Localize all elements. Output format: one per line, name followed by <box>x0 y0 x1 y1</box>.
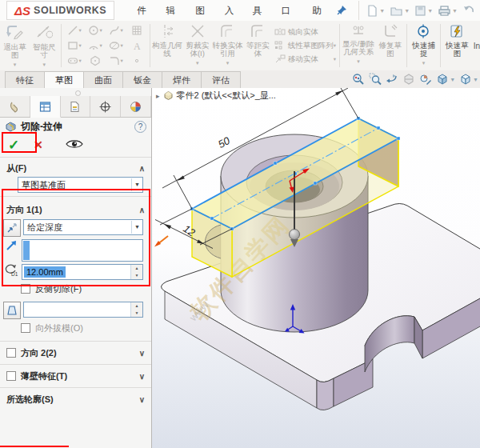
tab-display-manager[interactable] <box>121 96 151 117</box>
ellipse-tool-button[interactable]: ▾ <box>106 38 126 54</box>
from-plane-dropdown[interactable]: 草图基准面 ▼ <box>18 177 143 193</box>
linear-sketch-pattern-button[interactable]: 线性草图阵列 ▾ <box>273 39 338 53</box>
save-button[interactable]: ▼ <box>415 6 433 16</box>
tab-configuration-manager[interactable] <box>61 96 91 117</box>
divider <box>0 387 151 388</box>
tab-dimxpert-manager[interactable] <box>90 96 121 117</box>
tab-property-manager[interactable] <box>30 96 61 118</box>
arc-tool-button[interactable]: ▾ <box>85 38 106 54</box>
expand-chevron-icon[interactable]: ∨ <box>139 372 145 381</box>
preview-eye-icon[interactable] <box>66 139 83 150</box>
expand-chevron-icon[interactable]: ∨ <box>139 349 145 358</box>
graphics-viewport[interactable]: 软件自学网 www <box>152 88 480 448</box>
draft-angle-spinbox[interactable]: ▲▼ <box>23 302 143 318</box>
mirror-entities-button[interactable]: 镜向实体 <box>273 26 338 39</box>
rapid-sketch-button[interactable]: 快速草图 <box>442 21 472 70</box>
spin-buttons[interactable]: ▲▼ <box>130 302 142 317</box>
section-view-button[interactable] <box>402 73 415 86</box>
view-orientation-button[interactable]: ▼ <box>436 73 455 86</box>
tab-sketch[interactable]: 草图 <box>44 71 84 88</box>
sketch-plane-tool-button[interactable] <box>126 23 147 38</box>
smart-dimension-caret-icon[interactable]: ▾ <box>43 61 46 70</box>
splitter-knob-icon[interactable] <box>75 90 81 96</box>
print-button[interactable]: ▼ <box>438 6 458 16</box>
reverse-direction-button[interactable] <box>3 219 21 237</box>
quick-snaps-caret-icon[interactable]: ▾ <box>422 59 426 68</box>
panel-splitter[interactable] <box>0 88 151 96</box>
tree-item-label[interactable]: 零件2 (默认<<默认>_显... <box>177 90 276 102</box>
direction1-section-header[interactable]: 方向 1(1) ∧ <box>0 202 151 218</box>
from-section-header[interactable]: 从(F) ∧ <box>0 160 151 176</box>
smart-dimension-button[interactable]: 智能尺寸 ▾ <box>30 21 59 70</box>
cancel-button[interactable]: ✕ <box>34 138 54 151</box>
dimension-50-text[interactable]: 50 <box>216 134 233 150</box>
collapse-chevron-icon[interactable]: ∧ <box>139 206 145 214</box>
direction2-section-header[interactable]: 方向 2(2) ∨ <box>0 345 151 361</box>
pin-menu-icon[interactable] <box>337 5 347 17</box>
circle-tool-button[interactable]: ▾ <box>85 23 106 38</box>
tab-surfaces[interactable]: 曲面 <box>83 71 123 88</box>
move-entities-caret-icon[interactable]: ▾ <box>334 56 336 62</box>
trim-entities-button[interactable]: 剪裁实体(I) ▾ <box>182 21 212 70</box>
tab-evaluate[interactable]: 评估 <box>201 71 241 88</box>
exit-sketch-caret-icon[interactable]: ▾ <box>14 61 17 70</box>
draft-button[interactable] <box>3 302 21 319</box>
undo-button[interactable] <box>463 6 474 15</box>
trim-entities-caret-icon[interactable]: ▾ <box>196 59 199 68</box>
depth-value[interactable]: 12.00mm <box>24 266 66 278</box>
zoom-to-area-button[interactable] <box>369 73 382 86</box>
ok-button[interactable]: ✓ <box>8 137 27 154</box>
move-entities-button[interactable]: 移动实体 ▾ <box>273 53 338 66</box>
tab-sheet-metal[interactable]: 钣金 <box>122 71 162 88</box>
thin-feature-section-header[interactable]: 薄壁特征(T) ∨ <box>0 368 151 384</box>
quick-snaps-button[interactable]: 快速捕捉 ▾ <box>409 21 438 70</box>
selected-contours-section-header[interactable]: 所选轮廓(S) ∨ <box>0 391 151 407</box>
spin-up-icon[interactable]: ▲ <box>131 302 142 310</box>
point-tool-button[interactable] <box>126 54 147 69</box>
collapse-chevron-icon[interactable]: ∧ <box>139 164 145 173</box>
display-style-button[interactable]: ▼ <box>459 73 478 86</box>
zoom-to-fit-button[interactable] <box>352 73 365 86</box>
linear-pattern-caret-icon[interactable]: ▾ <box>334 42 336 49</box>
tab-weldments[interactable]: 焊件 <box>162 71 202 88</box>
depth-spinbox[interactable]: 12.00mm ▲▼ <box>22 264 143 280</box>
open-document-button[interactable]: ▼ <box>390 6 410 16</box>
convert-entities-caret-icon[interactable]: ▾ <box>226 59 230 68</box>
display-relations-caret-icon[interactable]: ▾ <box>357 58 360 66</box>
polygon-tool-button[interactable] <box>85 54 106 69</box>
help-icon[interactable]: ? <box>134 121 146 133</box>
direction2-checkbox[interactable] <box>6 348 16 358</box>
sketch-fillet-tool-button[interactable]: ▾ <box>106 54 126 69</box>
spline-tool-button[interactable]: ▾ <box>106 23 126 38</box>
sketch-text-tool-button[interactable]: A <box>126 38 147 54</box>
edit-appearance-button[interactable] <box>419 73 432 86</box>
repair-sketch-button[interactable]: 修复草图 <box>375 21 405 70</box>
spin-up-icon[interactable]: ▲ <box>131 265 142 272</box>
expand-chevron-icon[interactable]: ∨ <box>139 395 145 404</box>
toolbar-separator <box>406 24 407 67</box>
draft-outward-checkbox[interactable] <box>21 323 30 333</box>
tab-features[interactable]: 特征 <box>5 71 45 88</box>
display-delete-relations-button[interactable]: 显示/删除几何关系 ▾ <box>342 21 375 70</box>
thin-feature-checkbox[interactable] <box>6 371 16 381</box>
direction-selection-box[interactable] <box>22 239 143 262</box>
rectangle-tool-button[interactable]: ▾ <box>64 38 85 54</box>
new-document-button[interactable]: ▼ <box>367 5 385 17</box>
offset-entities-button[interactable]: 等距实体 <box>243 21 273 70</box>
model-canvas[interactable]: 软件自学网 www <box>152 88 480 448</box>
flip-side-checkbox[interactable] <box>21 284 30 294</box>
instant2d-label[interactable]: In <box>474 42 480 50</box>
feature-tree-flyout[interactable]: ▸ 零件2 (默认<<默认>_显... <box>156 90 276 102</box>
tree-expand-icon[interactable]: ▸ <box>156 92 160 100</box>
previous-view-button[interactable] <box>386 73 398 86</box>
slot-tool-button[interactable]: ▾ <box>64 54 85 69</box>
spin-buttons[interactable]: ▲▼ <box>130 265 142 279</box>
convert-entities-button[interactable]: 转换实体引用 ▾ <box>212 21 243 70</box>
exit-sketch-button[interactable]: 退出草图 ▾ <box>0 21 30 70</box>
construction-geometry-button[interactable]: 构造几何线 <box>152 21 183 70</box>
spin-down-icon[interactable]: ▼ <box>131 310 142 317</box>
line-tool-button[interactable]: ▾ <box>64 23 85 38</box>
spin-down-icon[interactable]: ▼ <box>131 272 142 279</box>
tab-feature-manager-tree[interactable] <box>0 96 30 117</box>
end-condition-dropdown[interactable]: 给定深度 ▼ <box>23 219 143 235</box>
